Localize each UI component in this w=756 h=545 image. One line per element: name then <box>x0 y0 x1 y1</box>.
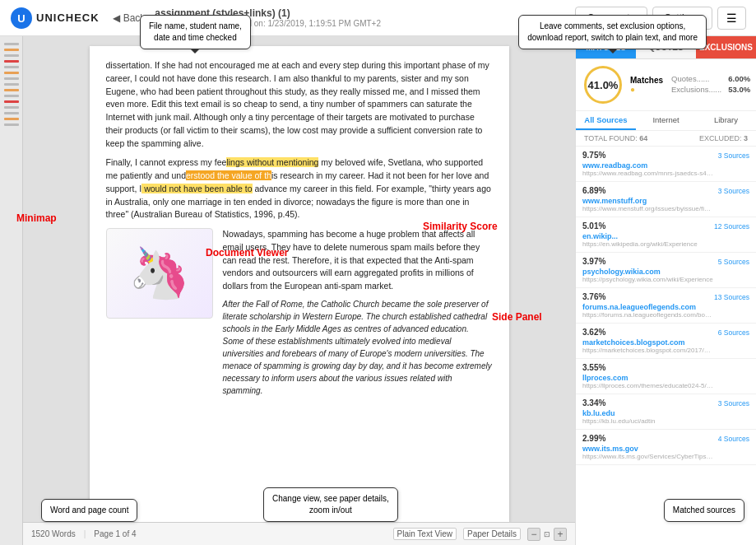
exclusions-value: 53.0% <box>728 85 750 94</box>
tab-exclusions[interactable]: EXCLUSIONS <box>696 36 756 58</box>
comments-button[interactable]: Comments <box>575 7 647 30</box>
score-section: 41.0% Matches ● Quotes...... 6.00% Exclu… <box>576 59 756 111</box>
source-domain: www.readbag.com <box>582 161 749 170</box>
settings-button[interactable]: Settings <box>652 7 712 30</box>
highlighted-text: lings without mentioning <box>226 157 318 167</box>
quotes-label: Quotes...... <box>671 74 709 83</box>
source-percentage: 3.62% <box>582 328 607 337</box>
highlighted-text-3: would not have been able to <box>141 184 252 193</box>
source-filter-tabs: All Sources Internet Library <box>576 111 756 131</box>
source-list-item[interactable]: 3.76% 13 Sources forums.na.leagueoflegen… <box>576 288 756 324</box>
source-percentage: 3.76% <box>582 292 607 301</box>
source-tab-internet[interactable]: Internet <box>636 111 696 130</box>
source-domain: psychology.wikia.com <box>582 268 749 276</box>
source-percentage: 5.01% <box>582 221 607 231</box>
score-details: Quotes...... 6.00% Exclusions...... 53.0… <box>671 74 750 95</box>
page-count: Page 1 of 4 <box>94 529 136 538</box>
source-percentage: 3.97% <box>582 257 607 266</box>
source-list-item[interactable]: 9.75% 3 Sources www.readbag.com https://… <box>576 147 756 182</box>
back-arrow-icon: ◀ <box>113 12 120 24</box>
minimap-line <box>4 118 19 120</box>
minimap <box>0 36 23 545</box>
similarity-score-circle: 41.0% <box>584 66 622 104</box>
unicorn-image: 🦄 <box>106 228 213 319</box>
back-button[interactable]: ◀ Back <box>113 12 146 24</box>
source-tab-library[interactable]: Library <box>696 111 756 130</box>
source-count: 4 Sources <box>718 435 749 443</box>
source-list-item[interactable]: 3.97% 5 Sources psychology.wikia.com htt… <box>576 253 756 288</box>
source-url: https://kb.lu.edu/uci/adtin <box>582 417 714 425</box>
minimap-line <box>4 123 19 126</box>
main-area: dissertation. If she had not encouraged … <box>0 36 756 545</box>
document-footer: 1520 Words | Page 1 of 4 Plain Text View… <box>23 522 575 545</box>
source-count: 3 Sources <box>718 399 749 408</box>
document-scroll: dissertation. If she had not encouraged … <box>23 36 575 522</box>
exclusions-row: Exclusions...... 53.0% <box>671 85 750 94</box>
source-count: 12 Sources <box>714 222 749 231</box>
source-domain: llproces.com <box>582 374 749 382</box>
document-page: dissertation. If she had not encouraged … <box>90 46 509 522</box>
source-percentage: 2.99% <box>582 434 607 443</box>
svg-text:U: U <box>17 12 25 25</box>
zoom-controls: − ⊡ + <box>527 528 567 541</box>
source-domain: www.menstuff.org <box>582 197 749 205</box>
excluded-count: EXCLUDED: 3 <box>699 134 748 142</box>
file-info: assignment (styles+links) (1) Melanie Le… <box>155 7 574 28</box>
minimap-line <box>4 43 19 45</box>
source-url: https://www.menstuff.org/issues/byissue/… <box>582 205 714 212</box>
minimap-line <box>4 89 19 91</box>
source-url: https://forums.na.leagueoflegends.com/bo… <box>582 311 714 319</box>
doc-paragraph-3: Nowadays, spamming has become a huge pro… <box>223 228 493 397</box>
logo: U UNICHECK <box>10 7 100 30</box>
zoom-out-button[interactable]: − <box>527 528 540 541</box>
highlighted-text-2: erstood the value of th <box>186 170 271 180</box>
source-list-item[interactable]: 3.62% 6 Sources marketchoices.blogspot.c… <box>576 324 756 359</box>
found-info: TOTAL FOUND: 64 EXCLUDED: 3 <box>576 131 756 147</box>
minimap-line <box>4 54 19 57</box>
source-url: https://en.wikipedia.org/wiki/Experience <box>582 240 714 248</box>
source-url: https://llproces.com/themes/educate024-5… <box>582 382 714 389</box>
file-meta: Melanie Level 1 | Checked on: 1/23/2019,… <box>155 19 574 28</box>
minimap-line <box>4 60 19 63</box>
source-list-item[interactable]: 3.55% llproces.com https://llproces.com/… <box>576 359 756 394</box>
header: U UNICHECK ◀ Back assignment (styles+lin… <box>0 0 756 36</box>
zoom-level: ⊡ <box>544 530 550 538</box>
source-count: 6 Sources <box>718 328 749 337</box>
source-domain: marketchoices.blogspot.com <box>582 338 749 347</box>
source-percentage: 6.89% <box>582 186 607 195</box>
matches-label: Matches ● <box>630 76 663 94</box>
minimap-line <box>4 112 19 114</box>
source-count: 5 Sources <box>718 258 749 266</box>
source-list-item[interactable]: 3.34% 3 Sources kb.lu.edu https://kb.lu.… <box>576 394 756 430</box>
minimap-line <box>4 95 19 97</box>
source-tab-all[interactable]: All Sources <box>576 111 636 130</box>
source-list-item[interactable]: 2.99% 4 Sources www.its.ms.gov https://w… <box>576 430 756 465</box>
source-percentage: 3.34% <box>582 398 607 408</box>
source-url: https://www.its.ms.gov/Services/CyberTip… <box>582 453 714 460</box>
panel-tabs: MATCHES QUOTES EXCLUSIONS <box>576 36 756 59</box>
source-url: https://psychology.wikia.com/wiki/Experi… <box>582 276 714 283</box>
tab-matches[interactable]: MATCHES <box>576 36 636 58</box>
zoom-in-button[interactable]: + <box>554 528 567 541</box>
source-count: 3 Sources <box>718 187 749 195</box>
minimap-line <box>4 72 19 74</box>
word-count: 1520 Words <box>31 529 76 538</box>
minimap-line <box>4 106 19 109</box>
doc-paragraph-3-italic: After the Fall of Rome, the Catholic Chu… <box>223 298 493 397</box>
doc-paragraph-1: dissertation. If she had not encouraged … <box>106 59 493 150</box>
document-area: dissertation. If she had not encouraged … <box>23 36 575 545</box>
logo-text: UNICHECK <box>36 12 100 24</box>
source-domain: en.wikip... <box>582 232 749 240</box>
source-list-item[interactable]: 6.89% 3 Sources www.menstuff.org https:/… <box>576 182 756 217</box>
matches-dot: ● <box>630 85 635 94</box>
tab-quotes[interactable]: QUOTES <box>636 36 696 58</box>
total-found: TOTAL FOUND: 64 <box>584 134 647 142</box>
source-domain: www.its.ms.gov <box>582 445 749 453</box>
plain-text-view-button[interactable]: Plain Text View <box>393 528 457 540</box>
source-list-item[interactable]: 5.01% 12 Sources en.wikip... https://en.… <box>576 217 756 253</box>
source-url: https://www.readbag.com/mnrs-jsaedcs-s46… <box>582 170 714 177</box>
exclusions-label: Exclusions...... <box>671 85 721 94</box>
source-count: 3 Sources <box>718 151 749 160</box>
paper-details-button[interactable]: Paper Details <box>463 528 521 540</box>
menu-button[interactable]: ☰ <box>717 7 746 30</box>
